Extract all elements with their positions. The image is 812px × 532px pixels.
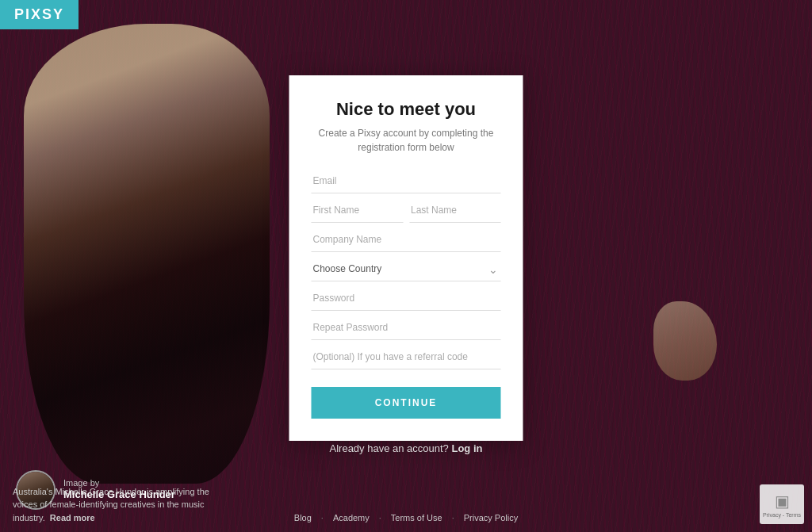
country-group: Choose Country Australia United States U… [312, 257, 501, 281]
first-name-input[interactable] [312, 198, 404, 223]
email-input[interactable] [312, 169, 501, 193]
company-input[interactable] [312, 228, 501, 252]
password-group [312, 286, 501, 311]
repeat-password-input[interactable] [312, 316, 501, 340]
name-row [312, 198, 501, 223]
footer-sep-3: · [452, 513, 454, 522]
already-account-text: Already have an account? Log in [330, 442, 483, 454]
last-name-input[interactable] [409, 198, 501, 223]
registration-card: Nice to meet you Create a Pixsy account … [289, 75, 523, 441]
footer-privacy-link[interactable]: Privacy Policy [464, 513, 518, 522]
footer-academy-link[interactable]: Academy [333, 513, 370, 522]
referral-group [312, 345, 501, 369]
login-link[interactable]: Log in [451, 442, 482, 454]
image-description: Australia's Michelle Grace Hunder is amp… [13, 485, 215, 525]
continue-button[interactable]: CONTINUE [312, 387, 501, 419]
referral-input[interactable] [312, 345, 501, 369]
footer-sep-1: · [321, 513, 324, 522]
password-input[interactable] [312, 286, 501, 311]
repeat-password-group [312, 316, 501, 340]
footer-terms-link[interactable]: Terms of Use [391, 513, 442, 522]
captcha-icon: ▣ [775, 492, 790, 511]
company-group [312, 228, 501, 252]
country-select[interactable]: Choose Country Australia United States U… [312, 257, 501, 281]
email-group [312, 169, 501, 193]
footer-blog-link[interactable]: Blog [294, 513, 312, 522]
read-more-link[interactable]: Read more [50, 513, 95, 522]
captcha-badge: ▣ Privacy - Terms [760, 484, 804, 524]
card-title: Nice to meet you [312, 99, 501, 120]
card-subtitle: Create a Pixsy account by completing the… [312, 126, 501, 155]
logo-bar: PiXSY [0, 0, 79, 29]
first-name-group [312, 198, 404, 223]
person-image [24, 24, 270, 484]
last-name-group [409, 198, 501, 223]
brand-logo: PiXSY [14, 6, 64, 22]
footer: Blog · Academy · Terms of Use · Privacy … [294, 513, 518, 522]
captcha-label: Privacy - Terms [763, 512, 801, 518]
footer-sep-2: · [379, 513, 381, 522]
already-account-label: Already have an account? [330, 442, 449, 454]
description-text: Australia's Michelle Grace Hunder is amp… [13, 487, 209, 522]
